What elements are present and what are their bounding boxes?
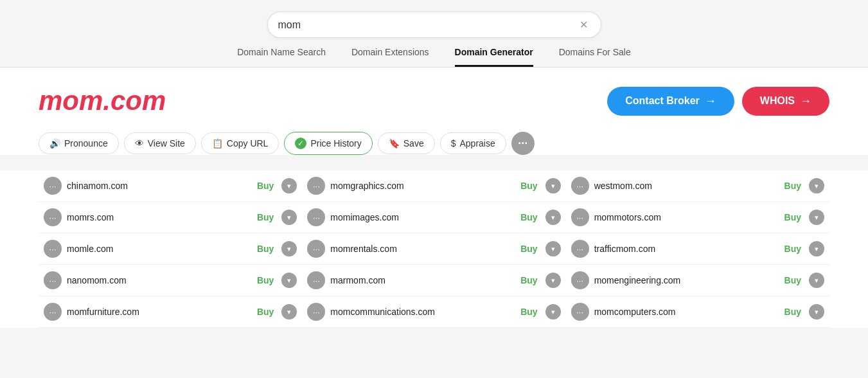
domain-options-button[interactable]: ··· [571, 208, 589, 226]
buy-button[interactable]: Buy [782, 179, 804, 192]
domain-row-columns: ··· chinamom.com Buy ▾ ··· momgraphics.c… [39, 177, 829, 195]
domain-options-button[interactable]: ··· [571, 271, 589, 289]
domain-row-columns: ··· momfurniture.com Buy ▾ ··· momcommun… [39, 303, 829, 321]
appraise-label: Appraise [460, 138, 495, 148]
domain-options-button[interactable]: ··· [307, 208, 325, 226]
buy-button[interactable]: Buy [518, 179, 540, 192]
expand-button[interactable]: ▾ [281, 178, 297, 194]
view-site-button[interactable]: 👁 View Site [124, 132, 196, 154]
more-dots-icon: ··· [518, 137, 527, 150]
whois-button[interactable]: WHOIS → [742, 87, 829, 116]
expand-button[interactable]: ▾ [545, 304, 561, 320]
domain-options-button[interactable]: ··· [44, 271, 62, 289]
expand-button[interactable]: ▾ [281, 273, 297, 288]
contact-broker-button[interactable]: Contact Broker → [607, 87, 734, 116]
domain-name: momle.com [67, 244, 249, 254]
expand-button[interactable]: ▾ [281, 210, 297, 225]
domain-options-button[interactable]: ··· [307, 240, 325, 258]
domain-cell: ··· mommotors.com Buy ▾ [566, 208, 829, 226]
buy-button[interactable]: Buy [518, 274, 540, 287]
expand-button[interactable]: ▾ [809, 241, 824, 256]
expand-button[interactable]: ▾ [545, 210, 561, 225]
domain-cell: ··· momle.com Buy ▾ [39, 240, 302, 258]
whois-label: WHOIS [760, 95, 795, 107]
chevron-down-icon: ▾ [551, 245, 555, 253]
expand-button[interactable]: ▾ [809, 178, 824, 194]
buy-button[interactable]: Buy [254, 242, 276, 255]
tab-domain-extensions[interactable]: Domain Extensions [351, 47, 429, 67]
save-button[interactable]: 🔖 Save [378, 132, 435, 154]
pronounce-label: Pronounce [64, 138, 108, 148]
contact-broker-label: Contact Broker [625, 95, 700, 107]
table-row: ··· nanomom.com Buy ▾ ··· marmom.com Buy… [39, 265, 829, 296]
domain-options-button[interactable]: ··· [44, 177, 62, 195]
table-row: ··· momle.com Buy ▾ ··· momrentals.com B… [39, 233, 829, 265]
expand-button[interactable]: ▾ [545, 273, 561, 288]
chevron-down-icon: ▾ [815, 308, 819, 316]
chevron-down-icon: ▾ [815, 245, 819, 253]
expand-button[interactable]: ▾ [809, 273, 824, 288]
main-content: mom.com Contact Broker → WHOIS → 🔊 Prono… [0, 68, 868, 155]
buy-button[interactable]: Buy [518, 211, 540, 224]
domain-options-button[interactable]: ··· [307, 303, 325, 321]
domain-options-button[interactable]: ··· [44, 240, 62, 258]
table-row: ··· momfurniture.com Buy ▾ ··· momcommun… [39, 296, 829, 328]
domain-cell: ··· momimages.com Buy ▾ [302, 208, 565, 226]
domain-options-button[interactable]: ··· [44, 208, 62, 226]
view-site-label: View Site [148, 138, 185, 148]
dots-icon: ··· [49, 181, 57, 191]
more-button[interactable]: ··· [511, 132, 535, 155]
buy-button[interactable]: Buy [254, 274, 276, 287]
tab-domain-name-search[interactable]: Domain Name Search [237, 47, 326, 67]
dots-icon: ··· [576, 181, 583, 191]
buy-button[interactable]: Buy [782, 242, 804, 255]
pronounce-button[interactable]: 🔊 Pronounce [39, 132, 119, 154]
buy-button[interactable]: Buy [782, 274, 804, 287]
checkmark-icon: ✓ [295, 138, 306, 149]
domain-cell: ··· momgraphics.com Buy ▾ [302, 177, 565, 195]
table-row: ··· momrs.com Buy ▾ ··· momimages.com Bu… [39, 202, 829, 233]
volume-icon: 🔊 [49, 138, 60, 148]
domain-options-button[interactable]: ··· [307, 177, 325, 195]
buy-button[interactable]: Buy [518, 242, 540, 255]
dots-icon: ··· [49, 213, 57, 222]
chevron-down-icon: ▾ [287, 245, 291, 253]
copy-url-button[interactable]: 📋 Copy URL [201, 132, 279, 154]
domain-options-button[interactable]: ··· [571, 303, 589, 321]
search-input[interactable] [278, 19, 577, 31]
buy-button[interactable]: Buy [254, 305, 276, 318]
domain-row-columns: ··· momrs.com Buy ▾ ··· momimages.com Bu… [39, 208, 829, 226]
buy-button[interactable]: Buy [254, 179, 276, 192]
expand-button[interactable]: ▾ [281, 241, 297, 256]
buy-button[interactable]: Buy [782, 211, 804, 224]
price-history-button[interactable]: ✓ Price History [284, 132, 372, 155]
search-clear-button[interactable]: ✕ [577, 17, 590, 32]
domain-options-button[interactable]: ··· [571, 240, 589, 258]
contact-broker-arrow-icon: → [705, 94, 716, 108]
buy-button[interactable]: Buy [254, 211, 276, 224]
expand-button[interactable]: ▾ [545, 178, 561, 194]
expand-button[interactable]: ▾ [281, 304, 297, 320]
tab-domain-generator[interactable]: Domain Generator [455, 47, 533, 67]
domain-name: momrs.com [67, 212, 249, 222]
buy-button[interactable]: Buy [518, 305, 540, 318]
dots-icon: ··· [576, 276, 583, 285]
dots-icon: ··· [576, 213, 583, 222]
expand-button[interactable]: ▾ [545, 241, 561, 256]
domain-options-button[interactable]: ··· [307, 271, 325, 289]
domain-cell: ··· marmom.com Buy ▾ [302, 271, 565, 289]
dots-icon: ··· [313, 307, 320, 317]
expand-button[interactable]: ▾ [809, 304, 824, 320]
domain-options-button[interactable]: ··· [571, 177, 589, 195]
domain-title: mom.com [39, 86, 166, 116]
buy-button[interactable]: Buy [782, 305, 804, 318]
domain-options-button[interactable]: ··· [44, 303, 62, 321]
expand-button[interactable]: ▾ [809, 210, 824, 225]
tab-domains-for-sale[interactable]: Domains For Sale [559, 47, 631, 67]
domain-cell: ··· momfurniture.com Buy ▾ [39, 303, 302, 321]
appraise-button[interactable]: $ Appraise [440, 132, 506, 154]
dots-icon: ··· [576, 307, 583, 317]
dots-icon: ··· [49, 307, 57, 317]
dots-icon: ··· [49, 276, 57, 285]
domain-cell: ··· momcomputers.com Buy ▾ [566, 303, 829, 321]
